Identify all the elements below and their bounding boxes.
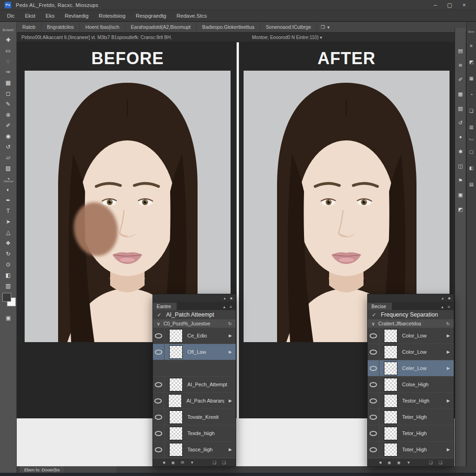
new-group-icon[interactable]: ❏ xyxy=(212,460,216,465)
menu-item-dic[interactable]: Dic xyxy=(2,12,20,20)
expand-arrow-icon[interactable]: ▶ xyxy=(229,398,236,403)
new-layer-icon[interactable]: ❏ xyxy=(222,460,226,465)
visibility-cell[interactable] xyxy=(368,328,379,344)
minimize-button[interactable]: – xyxy=(434,0,437,10)
visibility-cell[interactable] xyxy=(153,442,165,457)
layer-row[interactable]: Toter_High▶ xyxy=(368,442,454,458)
layer-row[interactable]: Teter_High xyxy=(368,409,454,425)
panel-adjustments-icon[interactable]: ≋ xyxy=(458,58,463,73)
panel-share-icon[interactable]: ◧ xyxy=(469,160,473,176)
layer-thumbnail[interactable] xyxy=(384,410,397,424)
visibility-eye-icon[interactable] xyxy=(370,366,377,371)
visibility-cell[interactable] xyxy=(368,377,379,392)
panel-styles-icon[interactable]: ✦ xyxy=(458,130,463,145)
zoom-tool-icon[interactable]: ⊙ xyxy=(1,259,15,270)
quick-selection-tool-icon[interactable]: ✑ xyxy=(1,66,15,77)
tab-item-sonenoaod-icutbrge[interactable]: Sonenoaod:ICutbrge xyxy=(260,23,317,31)
panel-color-icon[interactable]: ◩ xyxy=(469,54,473,70)
visibility-eye-icon[interactable] xyxy=(155,382,162,387)
visibility-eye-icon[interactable] xyxy=(370,333,377,338)
pen-tool-icon[interactable]: ✒ xyxy=(1,195,15,205)
expand-arrow-icon[interactable]: ▶ xyxy=(447,398,454,403)
visibility-cell[interactable] xyxy=(153,409,165,425)
visibility-cell[interactable] xyxy=(153,393,164,409)
expander-icon[interactable]: ∨ xyxy=(371,321,375,326)
menu-item-ekst[interactable]: Ekst xyxy=(20,12,40,20)
layer-mask-icon[interactable]: ◉ xyxy=(388,460,391,465)
collapse-panel-icon[interactable]: ▴ xyxy=(442,296,443,300)
menu-item-rotesdsiog[interactable]: Rotesdsiog xyxy=(93,12,131,20)
adjustment-layer-icon[interactable]: ◉ xyxy=(397,460,400,465)
gradient-tool-icon[interactable]: ▨ xyxy=(1,163,15,173)
layer-thumbnail[interactable] xyxy=(384,394,397,408)
visibility-cell[interactable] xyxy=(368,425,379,441)
panel-notes-icon[interactable]: ⚑ xyxy=(458,173,463,188)
rotate-view-tool-icon[interactable]: ↻ xyxy=(1,248,15,259)
layer-row[interactable]: Texde_hiigh xyxy=(153,425,236,442)
expander-icon[interactable]: ∨ xyxy=(157,321,160,326)
layer-thumbnail[interactable] xyxy=(168,394,182,408)
history-brush-tool-icon[interactable]: ↺ xyxy=(1,141,15,152)
layer-thumbnail[interactable] xyxy=(384,443,397,456)
edit-toolbar-icon[interactable]: ▣ xyxy=(0,315,17,321)
lasso-tool-icon[interactable]: ◌ xyxy=(1,56,15,66)
type-tool-icon[interactable]: T xyxy=(1,205,15,216)
layer-group-row[interactable]: ∨Craitert.Jfbarcetdoa↻ xyxy=(368,319,454,328)
panel-channels-icon[interactable]: ▣ xyxy=(458,188,463,202)
panel-paths-icon[interactable]: ◩ xyxy=(458,202,463,217)
tab-item-earahxpadotd-a2-bisomupt[interactable]: Earahxpadotd(A2,Bisomupt xyxy=(126,23,197,31)
layer-row[interactable]: Colse_High xyxy=(368,377,454,393)
tab-item-hoent-ibas-isch[interactable]: Hoent Ibas|Isch xyxy=(80,23,126,31)
visibility-cell[interactable] xyxy=(368,442,379,457)
layer-thumbnail[interactable] xyxy=(169,378,183,391)
layer-thumbnail[interactable] xyxy=(169,410,183,424)
panel-patterns-icon[interactable]: ▦ xyxy=(458,87,463,101)
close-panel-icon[interactable]: ■ xyxy=(230,296,232,300)
layer-thumbnail[interactable] xyxy=(384,329,397,343)
layer-thumbnail[interactable] xyxy=(384,378,397,391)
expand-arrow-icon[interactable]: ▶ xyxy=(447,447,454,452)
close-button[interactable]: × xyxy=(463,0,466,10)
panel-info-icon[interactable]: ≡ xyxy=(470,38,473,54)
panel-libraries-icon[interactable]: ▧ xyxy=(458,101,463,116)
layer-row[interactable]: Ce_Edio▶ xyxy=(153,328,236,344)
panel-brushes-icon[interactable]: ✐ xyxy=(458,73,463,87)
hand-tool-icon[interactable]: ❖ xyxy=(1,238,15,248)
foreground-color-swatch[interactable] xyxy=(2,293,11,302)
panel-tab-becise[interactable]: Becise xyxy=(368,303,392,310)
visibility-eye-icon[interactable] xyxy=(370,447,377,452)
panel-swatches-icon[interactable]: ▦ xyxy=(469,70,473,86)
panel-libraries2-icon[interactable]: ❏ xyxy=(469,103,474,119)
visibility-eye-icon[interactable] xyxy=(155,447,162,452)
new-layer-icon[interactable]: ❏ xyxy=(439,460,443,465)
layer-thumbnail[interactable] xyxy=(169,345,183,359)
sync-icon[interactable]: ↻ xyxy=(446,321,450,326)
layer-thumbnail[interactable] xyxy=(169,443,183,456)
new-group-icon[interactable]: ❏ xyxy=(429,460,433,465)
sync-icon[interactable]: ↻ xyxy=(228,321,232,326)
shape-tool-icon[interactable]: △ xyxy=(1,227,15,238)
expand-arrow-icon[interactable]: ▶ xyxy=(229,333,236,338)
menu-item-eks[interactable]: Eks xyxy=(40,12,60,20)
panel-learn-icon[interactable]: ◔ xyxy=(470,86,473,103)
panel-decor-icon[interactable]: ▥ xyxy=(469,119,473,135)
menu-item-revlaedig[interactable]: Revlaedig xyxy=(60,12,93,20)
visibility-cell[interactable] xyxy=(368,393,379,409)
visibility-eye-icon[interactable] xyxy=(370,431,377,436)
marquee-tool-icon[interactable]: ▭ xyxy=(1,45,15,56)
expand-icon[interactable]: ▼ xyxy=(190,460,194,465)
layer-row[interactable]: Color_Low▶ xyxy=(368,344,454,360)
maximize-button[interactable]: ▢ xyxy=(447,0,452,10)
panel-settings-icon[interactable]: ✱ xyxy=(458,145,463,159)
collapse-icon[interactable]: ▴ xyxy=(441,304,443,309)
expand-arrow-icon[interactable]: ▶ xyxy=(447,366,454,370)
tab-item-ratob[interactable]: Ratob xyxy=(17,23,41,31)
visibility-cell[interactable] xyxy=(153,425,165,441)
menu-item-redave-stcs[interactable]: Redave.Stcs xyxy=(172,12,212,20)
visibility-cell[interactable] xyxy=(368,344,379,360)
layer-thumbnail[interactable] xyxy=(384,345,397,359)
collapse-icon[interactable]: ▴ xyxy=(223,304,225,309)
layer-row[interactable]: AI_Pech_Attempt xyxy=(153,377,236,393)
visibility-cell[interactable] xyxy=(153,328,165,344)
tab-item-bngratdcilos[interactable]: Bngratdcilos xyxy=(41,23,80,31)
